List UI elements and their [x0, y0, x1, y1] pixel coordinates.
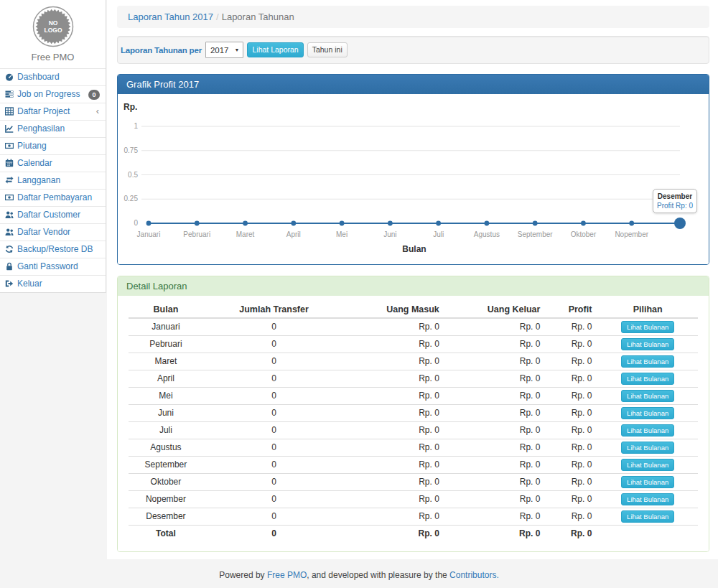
svg-text:0.25: 0.25 [124, 195, 139, 202]
view-monthly-button[interactable]: Lihat Bulanan [621, 321, 674, 333]
cell-jumlah-transfer: 0 [203, 491, 345, 508]
cell-uang-keluar: Rp. 0 [445, 336, 546, 353]
cell-profit: Rp. 0 [546, 336, 597, 353]
cell-uang-masuk: Rp. 0 [345, 474, 445, 491]
cell-uang-masuk: Rp. 0 [345, 491, 445, 508]
column-header-bulan: Bulan [129, 302, 203, 318]
sidebar-link[interactable]: Calendar [0, 155, 106, 172]
cell-uang-keluar: Rp. 0 [445, 318, 546, 336]
report-table: BulanJumlah TransferUang MasukUang Kelua… [129, 302, 698, 542]
year-select[interactable]: 2017 ▼ [205, 42, 244, 58]
cell-uang-keluar: Rp. 0 [445, 370, 546, 388]
brand-name: Free PMO [0, 52, 106, 62]
cell-jumlah-transfer: 0 [203, 422, 345, 439]
footer-link-freepmo[interactable]: Free PMO [267, 570, 307, 580]
footer: Powered by Free PMO, and developed with … [0, 559, 718, 586]
cell-jumlah-transfer: 0 [203, 318, 345, 336]
svg-text:Bulan: Bulan [402, 244, 426, 254]
total-profit: Rp. 0 [546, 526, 597, 543]
sidebar-link[interactable]: Penghasilan [0, 121, 106, 137]
cell-uang-keluar: Rp. 0 [445, 474, 546, 491]
sidebar-link[interactable]: Daftar Pembayaran [0, 190, 106, 206]
view-monthly-button[interactable]: Lihat Bulanan [621, 442, 674, 454]
view-monthly-button[interactable]: Lihat Bulanan [621, 510, 674, 523]
table-row: Maret0Rp. 0Rp. 0Rp. 0Lihat Bulanan [129, 353, 698, 370]
view-monthly-button[interactable]: Lihat Bulanan [621, 407, 674, 419]
line-chart-icon [5, 124, 14, 133]
table-row: Agustus0Rp. 0Rp. 0Rp. 0Lihat Bulanan [129, 439, 698, 457]
cell-uang-masuk: Rp. 0 [345, 370, 445, 388]
svg-text:Rp.: Rp. [123, 102, 137, 112]
sidebar-item-calendar: Calendar [0, 155, 106, 172]
sidebar-link[interactable]: Langganan [0, 172, 106, 189]
svg-text:Januari: Januari [137, 230, 161, 238]
cell-uang-keluar: Rp. 0 [445, 491, 546, 508]
no-logo-icon: NO LOGO [32, 5, 75, 48]
cell-jumlah-transfer: 0 [203, 370, 345, 388]
table-row: Juli0Rp. 0Rp. 0Rp. 0Lihat Bulanan [129, 422, 698, 439]
cell-bulan: Juli [129, 422, 203, 439]
detail-report-panel: Detail Laporan BulanJumlah TransferUang … [117, 276, 709, 552]
view-monthly-button[interactable]: Lihat Bulanan [621, 338, 674, 350]
view-monthly-button[interactable]: Lihat Bulanan [621, 476, 674, 488]
view-monthly-button[interactable]: Lihat Bulanan [621, 424, 674, 437]
svg-text:0.5: 0.5 [128, 171, 138, 179]
table-icon [5, 107, 14, 116]
cell-uang-keluar: Rp. 0 [445, 439, 546, 457]
svg-text:Agustus: Agustus [474, 230, 500, 238]
cell-uang-masuk: Rp. 0 [345, 336, 445, 353]
tasks-icon [5, 90, 14, 98]
footer-link-contributors[interactable]: Contributors. [449, 570, 499, 580]
table-row: Januari0Rp. 0Rp. 0Rp. 0Lihat Bulanan [129, 318, 698, 336]
cell-uang-keluar: Rp. 0 [445, 388, 546, 405]
table-row: Nopember0Rp. 0Rp. 0Rp. 0Lihat Bulanan [129, 491, 698, 508]
this-year-button[interactable]: Tahun ini [307, 42, 348, 57]
cell-profit: Rp. 0 [546, 508, 597, 526]
sidebar-link[interactable]: Keluar [0, 276, 106, 292]
view-monthly-button[interactable]: Lihat Bulanan [621, 373, 674, 385]
sidebar-link[interactable]: Dashboard [0, 69, 106, 85]
cell-profit: Rp. 0 [546, 353, 597, 370]
detail-panel-title: Detail Laporan [118, 276, 709, 296]
refresh-icon [5, 245, 14, 253]
cell-uang-keluar: Rp. 0 [445, 422, 546, 439]
sidebar-item-langganan: Langganan [0, 172, 106, 190]
view-report-button[interactable]: Lihat Laporan [247, 42, 303, 57]
view-monthly-button[interactable]: Lihat Bulanan [621, 493, 674, 505]
view-monthly-button[interactable]: Lihat Bulanan [621, 390, 674, 402]
cell-bulan: Pebruari [129, 336, 203, 353]
cell-jumlah-transfer: 0 [203, 336, 345, 353]
sidebar-link[interactable]: Backup/Restore DB [0, 241, 106, 258]
sidebar-item-penghasilan: Penghasilan [0, 121, 106, 138]
sidebar-menu: DashboardJob on Progress0Daftar Project‹… [0, 68, 106, 292]
sidebar-link[interactable]: Daftar Project [0, 103, 106, 120]
cell-uang-keluar: Rp. 0 [445, 508, 546, 526]
cell-profit: Rp. 0 [546, 439, 597, 457]
cell-profit: Rp. 0 [546, 457, 597, 474]
main-content: Laporan Tahun 2017/Laporan Tahunan Lapor… [107, 0, 718, 559]
sidebar-link[interactable]: Piutang [0, 138, 106, 154]
sidebar-item-label: Backup/Restore DB [17, 244, 93, 254]
table-total-row: Total0Rp. 0Rp. 0Rp. 0 [129, 526, 698, 543]
breadcrumb-separator: / [213, 11, 222, 22]
column-header-uang-keluar: Uang Keluar [445, 302, 546, 318]
view-monthly-button[interactable]: Lihat Bulanan [621, 459, 674, 471]
money-icon [5, 193, 14, 202]
cell-bulan: Oktober [129, 474, 203, 491]
breadcrumb-link[interactable]: Laporan Tahun 2017 [128, 11, 213, 22]
sidebar-item-daftar-customer: Daftar Customer [0, 207, 106, 224]
cell-jumlah-transfer: 0 [203, 439, 345, 457]
sidebar-item-backup-restore-db: Backup/Restore DB [0, 241, 106, 258]
chart-panel-title: Grafik Profit 2017 [118, 75, 709, 94]
cell-bulan: Juni [129, 405, 203, 422]
svg-text:Juni: Juni [383, 230, 396, 238]
table-row: Oktober0Rp. 0Rp. 0Rp. 0Lihat Bulanan [129, 474, 698, 491]
sidebar-item-piutang: Piutang [0, 138, 106, 155]
cell-profit: Rp. 0 [546, 405, 597, 422]
sidebar-link[interactable]: Daftar Vendor [0, 224, 106, 241]
table-row: September0Rp. 0Rp. 0Rp. 0Lihat Bulanan [129, 457, 698, 474]
sidebar-link[interactable]: Ganti Password [0, 258, 106, 275]
view-monthly-button[interactable]: Lihat Bulanan [621, 355, 674, 368]
sidebar-link[interactable]: Daftar Customer [0, 207, 106, 223]
sign-out-icon [5, 279, 14, 288]
